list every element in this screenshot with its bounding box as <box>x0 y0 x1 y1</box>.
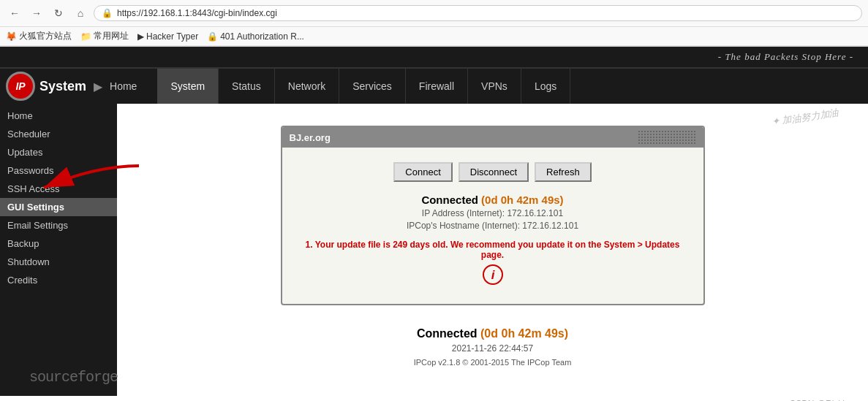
bookmark-401[interactable]: 🔒 401 Authorization R... <box>207 31 304 42</box>
hostname-label: IPCop's Hostname (Internet): 172.16.12.1… <box>297 221 689 231</box>
sidebar-item-gui-settings[interactable]: GUI Settings <box>0 198 117 216</box>
home-button[interactable]: ⌂ <box>72 4 89 22</box>
logo-icon: IP <box>6 72 35 101</box>
sidebar-item-credits[interactable]: Credits <box>0 271 117 289</box>
bookmark-hacker[interactable]: ▶ Hacker Typer <box>137 31 198 42</box>
ip-address-label: IP Address (Internet): 172.16.12.101 <box>297 208 689 218</box>
bottom-timestamp: 2021-11-26 22:44:57 <box>146 343 839 354</box>
panel-body: Connect Disconnect Refresh Connected (0d… <box>282 148 703 304</box>
nav-system[interactable]: System <box>157 69 219 104</box>
back-button[interactable]: ← <box>6 4 23 22</box>
bottom-connected-label: Connected (0d 0h 42m 49s) <box>146 327 839 340</box>
nav-services[interactable]: Services <box>339 69 406 104</box>
warning-text: 1. Your update file is 249 days old. We … <box>297 240 689 260</box>
panel-header: BJ.er.org <box>282 127 703 148</box>
sidebar-item-backup[interactable]: Backup <box>0 234 117 253</box>
refresh-button[interactable]: ↻ <box>50 4 67 22</box>
nav-vpns[interactable]: VPNs <box>468 69 521 104</box>
sourceforge-label: sourceforge <box>15 362 132 393</box>
status-connected-label: Connected (0d 0h 42m 49s) <box>297 194 689 206</box>
panel-box: BJ.er.org Connect Disconnect Refresh Con… <box>281 126 705 305</box>
bookmarks-bar: 🦊 火狐官方站点 📁 常用网址 ▶ Hacker Typer 🔒 401 Aut… <box>0 27 868 46</box>
nav-status[interactable]: Status <box>219 69 275 104</box>
bottom-time: (0d 0h 42m 49s) <box>480 327 568 340</box>
main-nav: IP System ▶ Home System Status Network S… <box>0 69 868 104</box>
sidebar-item-email-settings[interactable]: Email Settings <box>0 216 117 234</box>
main-content: BJ.er.org Connect Disconnect Refresh Con… <box>117 104 868 396</box>
sidebar-item-scheduler[interactable]: Scheduler <box>0 125 117 143</box>
panel-buttons: Connect Disconnect Refresh <box>297 162 689 182</box>
info-icon: i <box>297 264 689 289</box>
bookmark-common[interactable]: 📁 常用网址 <box>80 30 129 42</box>
content-area: Home Scheduler Updates Passwords SSH Acc… <box>0 104 868 396</box>
dots-decoration <box>638 130 696 145</box>
signature-decoration: ✦ 加油努力加油 <box>771 107 839 129</box>
bookmark-firefox[interactable]: 🦊 火狐官方站点 <box>6 30 72 42</box>
browser-toolbar: ← → ↻ ⌂ 🔒 https://192.168.1.1:8443/cgi-b… <box>0 0 868 27</box>
version-label: IPCop v2.1.8 © 2001-2015 The IPCop Team <box>146 358 839 367</box>
bottom-status: Connected (0d 0h 42m 49s) 2021-11-26 22:… <box>132 313 853 381</box>
browser-chrome: ← → ↻ ⌂ 🔒 https://192.168.1.1:8443/cgi-b… <box>0 0 868 47</box>
header-arrow-icon: ▶ <box>94 80 102 93</box>
panel-title: BJ.er.org <box>290 132 331 143</box>
header-home-label: Home <box>110 80 137 92</box>
sidebar: Home Scheduler Updates Passwords SSH Acc… <box>0 104 117 396</box>
nav-firewall[interactable]: Firewall <box>406 69 468 104</box>
nav-network[interactable]: Network <box>275 69 339 104</box>
address-bar[interactable]: 🔒 https://192.168.1.1:8443/cgi-bin/index… <box>94 5 862 21</box>
nav-menu: System Status Network Services Firewall … <box>157 69 570 104</box>
status-time: (0d 0h 42m 49s) <box>481 194 564 206</box>
disconnect-button[interactable]: Disconnect <box>458 162 529 182</box>
url-text: https://192.168.1.1:8443/cgi-bin/index.c… <box>117 8 277 18</box>
nav-logs[interactable]: Logs <box>521 69 570 104</box>
refresh-panel-button[interactable]: Refresh <box>535 162 592 182</box>
banner-text: - The bad Packets Stop Here - <box>718 51 853 62</box>
connect-button[interactable]: Connect <box>393 162 452 182</box>
page-content: - The bad Packets Stop Here - IP System … <box>0 47 868 401</box>
lock-icon: 🔒 <box>102 8 113 18</box>
forward-button[interactable]: → <box>28 4 45 22</box>
sidebar-item-home[interactable]: Home <box>0 107 117 125</box>
logo-area: IP System ▶ Home <box>0 69 143 104</box>
csdn-watermark: CSDN @Ricklzc <box>0 396 868 401</box>
top-banner: - The bad Packets Stop Here - <box>0 47 868 69</box>
sidebar-item-updates[interactable]: Updates <box>0 143 117 161</box>
svg-text:i: i <box>491 268 495 282</box>
sidebar-item-ssh[interactable]: SSH Access <box>0 180 117 198</box>
sidebar-item-shutdown[interactable]: Shutdown <box>0 253 117 271</box>
sidebar-item-passwords[interactable]: Passwords <box>0 161 117 180</box>
app-title: System <box>39 79 86 94</box>
